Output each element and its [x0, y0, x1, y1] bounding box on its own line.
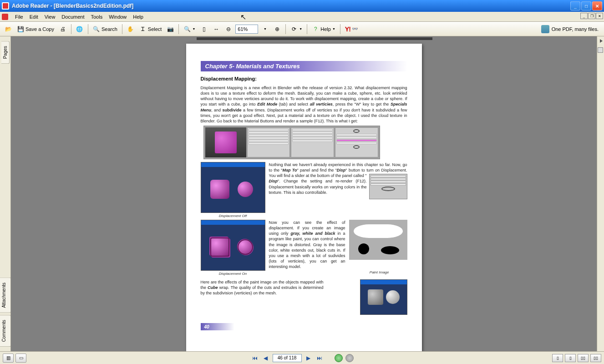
save-copy-button[interactable]: 💾Save a Copy	[15, 24, 56, 35]
toolbar-separator	[307, 24, 307, 34]
scroll-up-button[interactable]	[598, 47, 603, 53]
caption-paint: Paint Image	[269, 270, 407, 274]
snapshot-button[interactable]: 📷	[165, 24, 176, 35]
prev-page-button[interactable]: ◀	[262, 354, 270, 362]
select-tool-button[interactable]: ᏆSelect	[137, 24, 164, 35]
last-page-button[interactable]: ⏭	[315, 354, 324, 362]
zoom-in-icon: 🔍	[183, 25, 191, 33]
search-label: Search	[102, 26, 117, 32]
expand-marker-icon[interactable]	[600, 39, 603, 43]
promo-icon	[541, 25, 549, 33]
ibeam-icon: Ꮖ	[139, 25, 147, 33]
hand-tool-button[interactable]: ✋	[125, 24, 136, 35]
menu-edit[interactable]: Edit	[26, 13, 41, 20]
menu-window[interactable]: Window	[106, 13, 130, 20]
first-page-button[interactable]: ⏮	[251, 354, 259, 362]
menu-tools[interactable]: Tools	[88, 13, 106, 20]
zoom-dropdown-button[interactable]: ▼	[259, 24, 270, 35]
close-button[interactable]: ✕	[592, 1, 602, 10]
mdi-restore[interactable]: ❐	[588, 13, 595, 19]
toolbar: 📂 💾Save a Copy 🖨 🌐 🔍Search ✋ ᏆSelect 📷 🔍…	[0, 22, 604, 36]
paragraph-3: Now you can see the effect of displaceme…	[269, 220, 407, 269]
maximize-button[interactable]: □	[581, 1, 591, 10]
next-page-button[interactable]: ▶	[305, 354, 313, 362]
promo-area[interactable]: One PDF, many files.	[538, 25, 601, 33]
prev-page-edge	[197, 37, 432, 40]
paragraph-2: Nothing that we haven't already experien…	[269, 162, 407, 195]
attachments-tab[interactable]: Attachments	[0, 278, 11, 313]
prev-view-button[interactable]	[335, 354, 343, 362]
figure-displacement-off	[201, 162, 265, 213]
fit-page-icon: ▯	[200, 25, 208, 33]
help-button[interactable]: ?Help▼	[310, 24, 337, 35]
document-icon	[2, 14, 8, 20]
menu-help[interactable]: Help	[130, 13, 147, 20]
toolbar-separator	[122, 24, 122, 34]
figure-material-panels	[203, 126, 380, 159]
folder-icon: 📂	[5, 25, 12, 33]
open-button[interactable]: 📂	[3, 24, 14, 35]
zoom-out-button[interactable]: ⊖	[223, 24, 234, 35]
single-page-button[interactable]: ▯	[552, 354, 563, 362]
dropdown-arrow-icon: ▼	[192, 27, 195, 30]
figure-displacement-on	[201, 220, 265, 271]
view-mode-buttons: ▯ ▯ ▯▯ ▯▯	[552, 354, 601, 362]
fit-page-button[interactable]: ▯	[198, 24, 209, 35]
menu-view[interactable]: View	[41, 13, 59, 20]
toolbar-separator	[285, 24, 286, 34]
print-button[interactable]: 🖨	[57, 24, 68, 35]
caption-on: Displacement On	[201, 272, 265, 276]
paragraph-4: Here are the effects of the paint image …	[201, 279, 324, 296]
page-number-field[interactable]	[273, 354, 302, 362]
zoom-out-icon: ⊖	[225, 25, 232, 33]
dropdown-arrow-icon: ▼	[299, 27, 302, 30]
figure-paint-image	[349, 220, 407, 260]
next-view-button[interactable]	[345, 354, 354, 362]
section-heading: Displacement Mapping:	[201, 76, 407, 81]
panel-toggle-button[interactable]: ▥	[3, 354, 14, 363]
yahoo-icon: Y!	[345, 25, 350, 33]
figure-mapto-panel	[369, 174, 407, 199]
hand-icon: ✋	[127, 25, 134, 33]
page-number: 40	[204, 324, 209, 329]
facing-button[interactable]: ▯▯	[578, 354, 589, 362]
rotate-icon: ⟳	[290, 25, 298, 33]
menu-document[interactable]: Document	[58, 13, 87, 20]
promo-text: One PDF, many files.	[552, 26, 599, 32]
fit-width-button[interactable]: ↔	[211, 24, 222, 35]
status-bar: ▥ ▭ ⏮ ◀ ▶ ⏭ ▯ ▯ ▯▯ ▯▯	[0, 351, 604, 364]
yahoo-binoculars-icon: 👓	[352, 26, 358, 32]
save-icon: 💾	[17, 25, 24, 33]
page-number-banner: 40	[201, 323, 234, 330]
chapter-banner: Chapter 5- Materials and Textures	[201, 61, 407, 71]
menu-file[interactable]: File	[12, 13, 26, 20]
zoom-plus-icon: ⊕	[274, 25, 281, 33]
window-titlebar: Adobe Reader - [BlenderBasics2ndEdition.…	[0, 0, 604, 12]
mdi-minimize[interactable]: _	[580, 13, 588, 19]
mdi-close[interactable]: ✕	[596, 13, 603, 19]
toolbar-separator	[340, 24, 340, 34]
toolbar-separator	[88, 24, 88, 34]
save-copy-label: Save a Copy	[25, 26, 54, 32]
globe-icon: 🌐	[76, 25, 83, 33]
zoom-in-plus-button[interactable]: ⊕	[272, 24, 283, 35]
search-button[interactable]: 🔍Search	[91, 24, 119, 35]
dropdown-arrow-icon: ▼	[332, 27, 335, 30]
panel-toggle-2-button[interactable]: ▭	[15, 354, 26, 363]
left-sidebar-tabs-bottom: Attachments Comments	[0, 278, 11, 351]
caption-off: Displacement Off	[201, 214, 265, 218]
zoom-in-button[interactable]: 🔍▼	[182, 24, 197, 35]
comments-tab[interactable]: Comments	[0, 315, 11, 347]
continuous-facing-button[interactable]: ▯▯	[590, 354, 601, 362]
minimize-button[interactable]: _	[570, 1, 580, 10]
page-viewport[interactable]: Chapter 5- Materials and Textures Displa…	[11, 36, 597, 351]
yahoo-button[interactable]: Y!👓	[343, 24, 360, 35]
email-button[interactable]: 🌐	[74, 24, 85, 35]
rotate-button[interactable]: ⟳▼	[289, 24, 304, 35]
pdf-page: Chapter 5- Materials and Textures Displa…	[186, 44, 422, 351]
zoom-input[interactable]	[235, 25, 258, 34]
continuous-button[interactable]: ▯	[565, 354, 576, 362]
page-nav: ⏮ ◀ ▶ ⏭	[251, 354, 354, 362]
pages-tab[interactable]: Pages	[1, 41, 10, 64]
figure-result	[360, 279, 407, 315]
